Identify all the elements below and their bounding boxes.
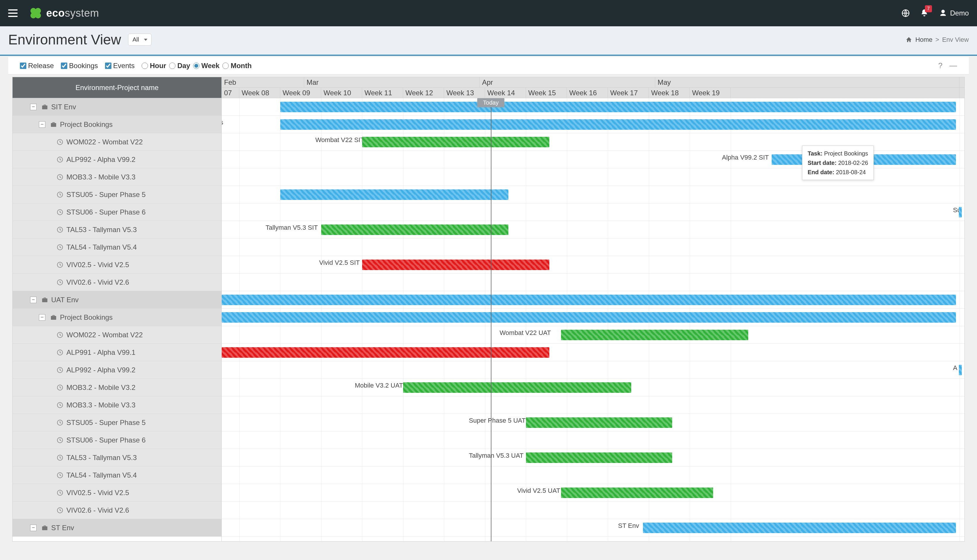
gantt-chart-panel: FebMarAprMay 07Week 08Week 09Week 10Week… — [222, 77, 964, 541]
gantt-bar[interactable] — [561, 488, 713, 498]
gantt-bar[interactable] — [526, 417, 672, 428]
briefcase-icon — [50, 121, 57, 128]
clock-icon — [57, 244, 64, 251]
tree-row-label: Project Bookings — [60, 313, 113, 322]
tree-item-row[interactable]: MOB3.3 - Mobile V3.3 — [13, 168, 221, 186]
tree-item-row[interactable]: TAL54 - Tallyman V5.4 — [13, 467, 221, 484]
help-icon[interactable]: ? — [939, 61, 942, 70]
gantt-bar[interactable] — [526, 452, 672, 463]
tree-group-row[interactable]: −Project Bookings — [13, 308, 221, 326]
chk-bookings[interactable]: Bookings — [61, 62, 98, 70]
week-cell: Week 11 — [362, 88, 403, 98]
tree-row-label: TAL53 - Tallyman V5.3 — [66, 453, 137, 462]
task-tooltip: Task: Project Bookings Start date: 2018-… — [802, 145, 874, 180]
tree-toggle[interactable]: − — [39, 121, 45, 128]
clock-icon — [57, 349, 64, 356]
week-cell: Week 16 — [567, 88, 608, 98]
clock-icon — [57, 402, 64, 408]
gantt-row: Mobile V3.2 UAT — [222, 379, 964, 396]
gantt-row: Vivid V2.5 SIT — [222, 256, 964, 273]
hamburger-icon[interactable] — [8, 9, 18, 17]
tree-item-row[interactable]: WOM022 - Wombat V22 — [13, 133, 221, 151]
tree-row-label: ALP992 - Alpha V99.2 — [66, 155, 136, 164]
tree-item-row[interactable]: ALP992 - Alpha V99.2 — [13, 361, 221, 379]
week-cell: Week 08 — [239, 88, 280, 98]
week-cell: Week 13 — [444, 88, 485, 98]
bar-label: Super Phase 5 UAT — [469, 417, 526, 424]
tree-toggle[interactable]: − — [30, 525, 37, 531]
tree-item-row[interactable]: ALP991 - Alpha V99.1 — [13, 344, 221, 361]
brand[interactable]: ecosystem — [28, 6, 99, 20]
gantt-bar[interactable] — [561, 330, 748, 340]
clock-icon — [57, 156, 64, 163]
chk-release[interactable]: Release — [20, 62, 54, 70]
gantt-row — [222, 308, 964, 326]
tree-group-row[interactable]: −UAT Env — [13, 291, 221, 308]
dashboard-icon — [905, 36, 912, 43]
gantt-bar[interactable] — [222, 295, 956, 305]
tree-item-row[interactable]: VIV02.5 - Vivid V2.5 — [13, 256, 221, 273]
gantt-bar[interactable] — [959, 365, 962, 375]
gantt-tree[interactable]: −SIT Env−Project BookingsWOM022 - Wombat… — [13, 98, 221, 541]
gantt-bar[interactable] — [321, 225, 509, 235]
gantt-bar[interactable] — [362, 260, 549, 270]
tree-item-row[interactable]: ALP992 - Alpha V99.2 — [13, 151, 221, 168]
tree-item-row[interactable]: MOB3.2 - Mobile V3.2 — [13, 379, 221, 396]
rad-week[interactable]: Week — [193, 62, 219, 70]
tree-toggle[interactable]: − — [30, 297, 37, 303]
gantt-bar[interactable] — [222, 312, 956, 323]
tree-row-label: ST Env — [51, 524, 74, 532]
tree-row-label: ALP992 - Alpha V99.2 — [66, 366, 136, 374]
gantt-row: ST Env — [222, 519, 964, 537]
tree-item-row[interactable]: VIV02.6 - Vivid V2.6 — [13, 273, 221, 291]
rad-month[interactable]: Month — [223, 62, 251, 70]
gantt-bar[interactable] — [280, 189, 509, 200]
gantt-bar[interactable] — [280, 119, 956, 130]
tree-row-label: SIT Env — [51, 103, 76, 111]
week-cell: Week 15 — [526, 88, 567, 98]
tree-item-row[interactable]: STSU05 - Super Phase 5 — [13, 186, 221, 203]
bar-label: ST Env — [618, 522, 639, 530]
rad-day[interactable]: Day — [169, 62, 190, 70]
user-icon — [939, 9, 947, 17]
chk-events[interactable]: Events — [105, 62, 135, 70]
globe-icon[interactable] — [902, 9, 910, 17]
tree-row-label: STSU06 - Super Phase 6 — [66, 208, 146, 216]
gantt-bar[interactable] — [280, 102, 956, 112]
tree-item-row[interactable]: STSU06 - Super Phase 6 — [13, 203, 221, 221]
gantt-bar[interactable] — [643, 523, 956, 533]
collapse-icon[interactable]: — — [950, 61, 957, 70]
tree-row-label: WOM022 - Wombat V22 — [66, 138, 143, 146]
tree-item-row[interactable]: STSU05 - Super Phase 5 — [13, 414, 221, 432]
notifications-button[interactable]: 7 — [920, 9, 928, 18]
gantt-bar[interactable] — [362, 137, 549, 147]
user-menu[interactable]: Demo — [939, 9, 969, 17]
tree-item-row[interactable]: TAL53 - Tallyman V5.3 — [13, 449, 221, 467]
gantt-chart-body[interactable]: Today SIT EnvProject BookingsWombat V22 … — [222, 98, 964, 541]
tree-toggle[interactable]: − — [30, 104, 37, 110]
gantt-bar[interactable] — [959, 207, 962, 217]
tree-group-row[interactable]: −ST Env — [13, 519, 221, 537]
gantt-row — [222, 344, 964, 361]
tree-item-row[interactable]: STSU06 - Super Phase 6 — [13, 432, 221, 449]
tree-item-row[interactable]: VIV02.6 - Vivid V2.6 — [13, 502, 221, 519]
gantt-bar[interactable] — [403, 382, 631, 393]
tree-group-row[interactable]: −SIT Env — [13, 98, 221, 116]
bar-label: Tallyman V5.3 UAT — [469, 452, 524, 460]
tree-item-row[interactable]: MOB3.3 - Mobile V3.3 — [13, 396, 221, 414]
week-cell: Week 19 — [690, 88, 731, 98]
env-filter-select[interactable]: All — [128, 33, 152, 46]
tree-group-row[interactable]: −Project Bookings — [13, 116, 221, 133]
tree-toggle[interactable]: − — [39, 314, 45, 321]
tree-item-row[interactable]: WOM022 - Wombat V22 — [13, 326, 221, 344]
tree-item-row[interactable]: TAL54 - Tallyman V5.4 — [13, 238, 221, 256]
rad-hour[interactable]: Hour — [142, 62, 166, 70]
breadcrumb-home[interactable]: Home — [915, 36, 932, 43]
tree-row-label: WOM022 - Wombat V22 — [66, 331, 143, 339]
tree-item-row[interactable]: TAL53 - Tallyman V5.3 — [13, 221, 221, 238]
bar-label: Tallyman V5.3 SIT — [266, 224, 318, 232]
tree-item-row[interactable]: VIV02.5 - Vivid V2.5 — [13, 484, 221, 502]
clock-icon — [57, 384, 64, 391]
gantt-bar[interactable] — [222, 347, 549, 358]
clock-icon — [57, 419, 64, 426]
